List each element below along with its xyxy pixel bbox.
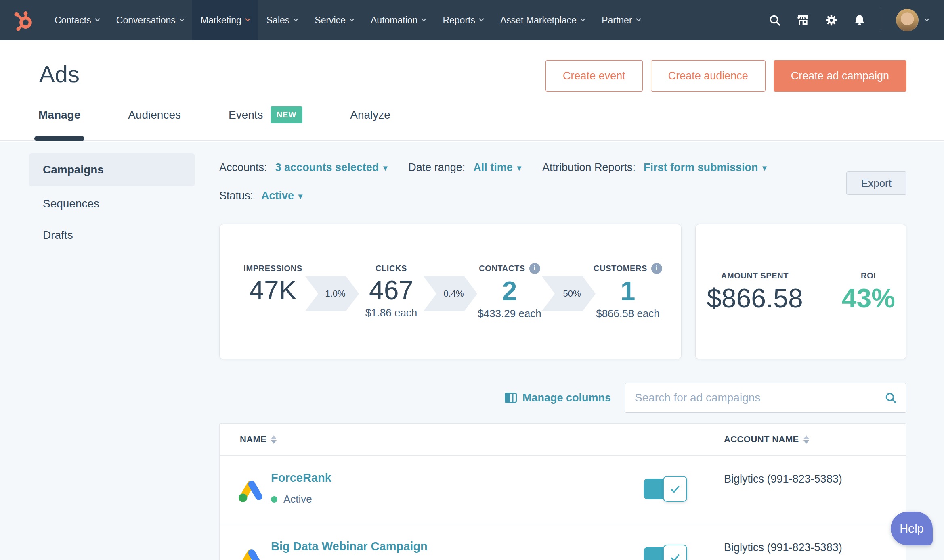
campaign-name-link[interactable]: Big Data Webinar Campaign xyxy=(271,540,428,553)
help-button[interactable]: Help xyxy=(891,512,933,545)
notifications-bell-icon[interactable] xyxy=(853,13,866,27)
sort-icon[interactable] xyxy=(803,435,809,444)
tab-label: Audiences xyxy=(128,109,181,121)
metric-impressions: IMPRESSIONS 47K xyxy=(230,264,316,320)
search-icon[interactable] xyxy=(768,13,782,27)
nav-item-conversations[interactable]: Conversations xyxy=(108,0,192,40)
campaign-toggle[interactable] xyxy=(644,547,686,560)
page-header: Ads Create event Create audience Create … xyxy=(0,40,944,141)
settings-gear-icon[interactable] xyxy=(824,13,838,27)
nav-item-partner[interactable]: Partner xyxy=(593,0,648,40)
nav-item-asset-marketplace[interactable]: Asset Marketplace xyxy=(492,0,593,40)
chevron-down-icon xyxy=(422,16,427,21)
search-icon[interactable] xyxy=(884,391,897,404)
metric-label: CONTACTS xyxy=(479,264,525,273)
nav-item-marketing[interactable]: Marketing xyxy=(192,0,258,40)
table-toolbar: Manage columns xyxy=(219,383,906,413)
status-filter-dropdown[interactable]: Active xyxy=(261,190,302,202)
tab-analyze[interactable]: Analyze xyxy=(350,106,390,140)
roi-value: 43% xyxy=(842,284,895,312)
accounts-filter-label: Accounts: xyxy=(219,161,267,174)
chevron-down-icon xyxy=(293,16,298,21)
nav-item-label: Conversations xyxy=(116,15,176,26)
google-ads-icon xyxy=(238,475,264,504)
column-header-name[interactable]: NAME xyxy=(240,434,277,445)
chevron-down-icon xyxy=(924,16,929,21)
tab-events[interactable]: Events NEW xyxy=(229,106,302,140)
tab-label: Events xyxy=(229,109,263,121)
chevron-down-icon xyxy=(479,16,484,21)
sidebar: Campaigns Sequences Drafts xyxy=(29,153,195,253)
chevron-down-icon xyxy=(580,16,585,21)
nav-item-reports[interactable]: Reports xyxy=(434,0,492,40)
info-icon[interactable]: i xyxy=(651,263,662,274)
account-name: Biglytics (991-823-5383) xyxy=(724,473,842,485)
attribution-filter-value: First form submission xyxy=(644,161,758,174)
tab-manage[interactable]: Manage xyxy=(38,106,80,140)
accounts-filter-dropdown[interactable]: 3 accounts selected xyxy=(275,161,388,174)
export-button[interactable]: Export xyxy=(846,171,906,195)
date-range-filter-value: All time xyxy=(473,161,513,174)
nav-item-label: Contacts xyxy=(55,15,91,26)
chevron-down-icon xyxy=(636,16,641,21)
nav-item-label: Service xyxy=(315,15,346,26)
filter-row-2: Status: Active xyxy=(219,190,323,202)
column-header-label: ACCOUNT NAME xyxy=(724,434,799,445)
status-filter-value: Active xyxy=(261,190,294,202)
campaign-toggle[interactable] xyxy=(644,479,686,499)
account-menu[interactable] xyxy=(896,9,929,31)
create-audience-button[interactable]: Create audience xyxy=(651,60,766,92)
account-name: Biglytics (991-823-5383) xyxy=(724,541,842,554)
manage-columns-button[interactable]: Manage columns xyxy=(505,392,611,404)
chevron-down-icon xyxy=(95,16,100,21)
metric-value: 1 xyxy=(621,277,636,305)
search-input[interactable] xyxy=(634,391,884,405)
check-icon xyxy=(669,483,681,495)
sort-icon[interactable] xyxy=(271,435,277,444)
nav-item-label: Asset Marketplace xyxy=(500,15,577,26)
metric-cost: $866.58 each xyxy=(596,307,660,320)
nav-item-sales[interactable]: Sales xyxy=(258,0,306,40)
sidebar-item-campaigns[interactable]: Campaigns xyxy=(29,153,195,186)
metric-value: 47K xyxy=(249,276,296,304)
marketplace-icon[interactable] xyxy=(796,13,810,27)
campaign-name-link[interactable]: ForceRank xyxy=(271,471,331,485)
date-range-filter-label: Date range: xyxy=(408,161,465,174)
tab-audiences[interactable]: Audiences xyxy=(128,106,181,140)
nav-item-label: Marketing xyxy=(201,15,241,26)
tab-bar: Manage Audiences Events NEW Analyze xyxy=(38,106,438,140)
status-label: Active xyxy=(283,493,312,506)
info-icon[interactable]: i xyxy=(529,263,540,274)
page-title: Ads xyxy=(39,61,80,88)
campaign-search xyxy=(625,383,906,413)
metric-label: CLICKS xyxy=(376,264,407,273)
spend-roi-card: AMOUNT SPENT $866.58 ROI 43% xyxy=(695,224,906,359)
metric-value: 2 xyxy=(502,277,517,305)
attribution-filter-label: Attribution Reports: xyxy=(542,161,636,174)
column-header-account-name[interactable]: ACCOUNT NAME xyxy=(724,434,809,445)
hubspot-logo-icon[interactable] xyxy=(12,8,36,32)
chevron-down-icon xyxy=(245,16,250,21)
metric-value: 467 xyxy=(369,276,413,304)
tab-label: Manage xyxy=(38,109,80,121)
user-avatar[interactable] xyxy=(896,9,919,31)
campaigns-table: NAME ACCOUNT NAME ForceRank Active xyxy=(219,423,906,560)
status-dot-icon xyxy=(271,496,277,503)
date-range-filter-dropdown[interactable]: All time xyxy=(473,161,521,174)
sidebar-item-sequences[interactable]: Sequences xyxy=(29,190,195,218)
nav-item-automation[interactable]: Automation xyxy=(362,0,434,40)
funnel: IMPRESSIONS 47K 1.0% CLICKS 467 $1.86 ea… xyxy=(230,263,671,320)
create-ad-campaign-button[interactable]: Create ad campaign xyxy=(774,60,906,92)
chevron-down-icon xyxy=(179,16,185,21)
nav-item-contacts[interactable]: Contacts xyxy=(46,0,108,40)
metric-label: AMOUNT SPENT xyxy=(721,271,789,280)
nav-item-service[interactable]: Service xyxy=(306,0,362,40)
nav-item-label: Sales xyxy=(266,15,290,26)
nav-item-label: Automation xyxy=(371,15,417,26)
metric-label: ROI xyxy=(861,271,876,280)
attribution-filter-dropdown[interactable]: First form submission xyxy=(644,161,767,174)
campaign-status: Active xyxy=(271,493,312,506)
create-event-button[interactable]: Create event xyxy=(545,60,643,92)
sidebar-item-drafts[interactable]: Drafts xyxy=(29,221,195,249)
top-navigation: Contacts Conversations Marketing Sales S… xyxy=(0,0,944,40)
